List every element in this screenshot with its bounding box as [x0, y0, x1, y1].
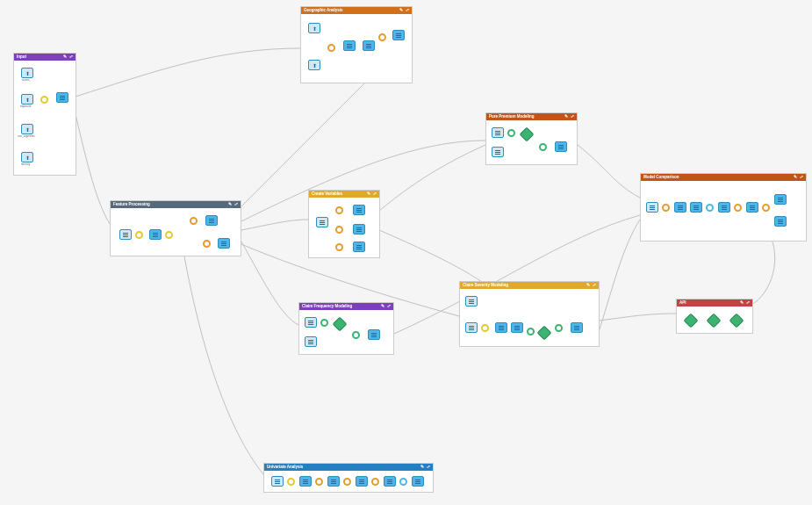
maximize-icon[interactable]: ⤢	[427, 464, 430, 471]
recipe-node[interactable]	[165, 231, 173, 239]
recipe-node[interactable]	[320, 319, 328, 327]
recipe-node[interactable]	[371, 478, 379, 486]
model-node[interactable]	[729, 314, 744, 328]
dataset-node[interactable]	[308, 60, 319, 70]
zone-header-pure-premium[interactable]: Pure Premium Modeling ✎ ⤢	[486, 113, 577, 120]
model-node[interactable]	[537, 326, 552, 341]
dataset-node[interactable]: risk_segments	[21, 124, 32, 139]
edit-icon[interactable]: ✎	[399, 7, 403, 14]
recipe-node[interactable]	[706, 204, 714, 212]
dataset-node[interactable]	[353, 205, 363, 215]
dataset-node[interactable]	[271, 476, 282, 487]
dataset-node[interactable]: territory_	[21, 152, 32, 167]
recipe-node[interactable]	[399, 478, 407, 486]
zone-header-input[interactable]: Input ✎ ⤢	[14, 54, 75, 61]
zone-header-create-variables[interactable]: Create Variables ✎ ⤢	[309, 191, 379, 198]
zone-header-univariate[interactable]: Univariate Analysis ✎ ⤢	[264, 464, 433, 471]
dataset-node[interactable]	[718, 202, 729, 213]
dataset-node[interactable]	[368, 329, 378, 340]
recipe-node[interactable]	[352, 331, 360, 339]
dataset-node[interactable]: exposure_	[21, 94, 32, 109]
dataset-node[interactable]	[353, 224, 363, 234]
dataset-node[interactable]	[363, 40, 373, 51]
dataset-node[interactable]	[571, 322, 581, 333]
maximize-icon[interactable]: ⤢	[387, 303, 391, 310]
maximize-icon[interactable]: ⤢	[800, 174, 803, 181]
dataset-node[interactable]	[308, 23, 319, 33]
dataset-node[interactable]	[492, 127, 502, 138]
recipe-node[interactable]	[335, 206, 343, 214]
edit-icon[interactable]: ✎	[420, 464, 424, 471]
dataset-node[interactable]	[492, 147, 502, 157]
recipe-node[interactable]	[507, 129, 515, 137]
dataset-node[interactable]	[384, 476, 394, 487]
dataset-node[interactable]: claims_	[21, 68, 32, 83]
dataset-node[interactable]	[555, 141, 565, 152]
dataset-node[interactable]	[774, 194, 785, 205]
dataset-node[interactable]	[746, 202, 757, 213]
maximize-icon[interactable]: ⤢	[406, 7, 409, 14]
zone-header-claim-severity[interactable]: Claim Severity Modeling ✎ ⤢	[460, 282, 599, 289]
model-node[interactable]	[520, 127, 535, 142]
dataset-node[interactable]	[511, 322, 521, 333]
edit-icon[interactable]: ✎	[586, 282, 590, 289]
dataset-node[interactable]	[327, 476, 338, 487]
zone-header-geographic[interactable]: Geographic Analysis ✎ ⤢	[301, 7, 412, 14]
dataset-node[interactable]	[690, 202, 701, 213]
recipe-node[interactable]	[527, 328, 535, 335]
zone-header-api[interactable]: API ✎ ⤢	[677, 299, 752, 307]
recipe-node[interactable]	[135, 231, 143, 239]
recipe-node[interactable]	[335, 226, 343, 234]
recipe-node[interactable]	[481, 324, 489, 332]
maximize-icon[interactable]: ⤢	[571, 113, 574, 120]
recipe-node[interactable]	[734, 204, 742, 212]
dataset-node[interactable]	[149, 229, 160, 240]
dataset-node[interactable]	[465, 296, 476, 307]
maximize-icon[interactable]: ⤢	[69, 54, 73, 61]
edit-icon[interactable]: ✎	[63, 54, 67, 61]
recipe-node[interactable]	[343, 478, 351, 486]
edit-icon[interactable]: ✎	[228, 201, 232, 208]
recipe-node[interactable]	[662, 204, 670, 212]
recipe-node[interactable]	[315, 478, 323, 486]
model-node[interactable]	[707, 314, 722, 328]
zone-header-feature[interactable]: Feature Processing ✎ ⤢	[111, 201, 241, 208]
dataset-node[interactable]	[305, 317, 315, 328]
dataset-node[interactable]	[356, 476, 366, 487]
dataset-node[interactable]	[495, 322, 506, 333]
recipe-node[interactable]	[40, 96, 48, 104]
zone-header-claim-frequency[interactable]: Claim Frequency Modeling ✎ ⤢	[299, 303, 393, 310]
dataset-node[interactable]	[119, 229, 130, 240]
recipe-node[interactable]	[335, 243, 343, 251]
recipe-node[interactable]	[327, 44, 335, 52]
dataset-node[interactable]	[56, 92, 67, 103]
recipe-node[interactable]	[378, 33, 386, 41]
edit-icon[interactable]: ✎	[740, 299, 744, 307]
dataset-node[interactable]	[465, 322, 476, 333]
maximize-icon[interactable]: ⤢	[593, 282, 596, 289]
dataset-node[interactable]	[343, 40, 354, 51]
recipe-node[interactable]	[203, 240, 211, 248]
dataset-node[interactable]	[305, 336, 315, 347]
dataset-node[interactable]	[316, 217, 327, 227]
dataset-node[interactable]	[412, 476, 422, 487]
dataset-node[interactable]	[646, 202, 657, 213]
zone-header-model-comparison[interactable]: Model Comparison ✎ ⤢	[641, 174, 806, 181]
recipe-node[interactable]	[762, 204, 770, 212]
edit-icon[interactable]: ✎	[564, 113, 568, 120]
recipe-node[interactable]	[555, 324, 563, 332]
edit-icon[interactable]: ✎	[794, 174, 797, 181]
maximize-icon[interactable]: ⤢	[746, 299, 750, 307]
dataset-node[interactable]	[205, 215, 216, 226]
dataset-node[interactable]	[218, 238, 228, 249]
model-node[interactable]	[333, 317, 348, 332]
model-node[interactable]	[684, 314, 699, 328]
dataset-node[interactable]	[299, 476, 310, 487]
recipe-node[interactable]	[539, 143, 547, 151]
dataset-node[interactable]	[774, 216, 785, 227]
dataset-node[interactable]	[392, 30, 403, 40]
maximize-icon[interactable]: ⤢	[373, 191, 377, 198]
maximize-icon[interactable]: ⤢	[234, 201, 238, 208]
edit-icon[interactable]: ✎	[381, 303, 384, 310]
recipe-node[interactable]	[287, 478, 295, 486]
